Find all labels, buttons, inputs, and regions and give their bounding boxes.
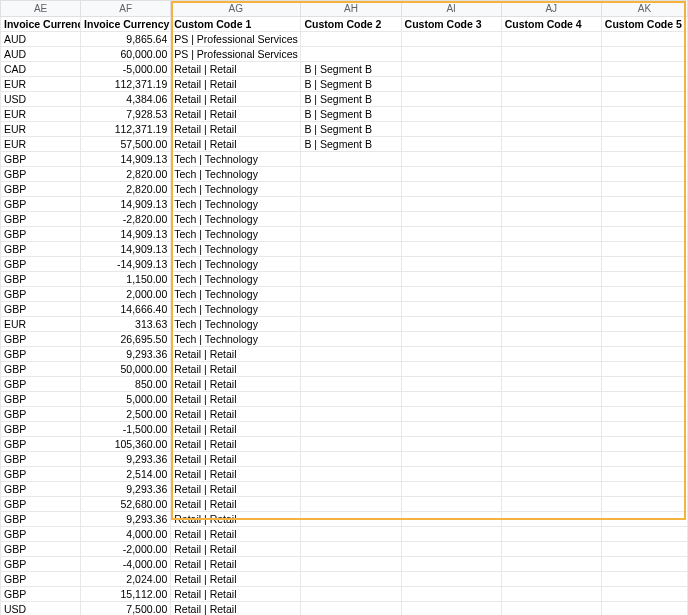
cell-custom1[interactable]: Retail | Retail bbox=[171, 452, 301, 467]
cell-custom4[interactable] bbox=[501, 452, 601, 467]
cell-currency[interactable]: GBP bbox=[1, 227, 81, 242]
cell-custom3[interactable] bbox=[401, 407, 501, 422]
cell-custom1[interactable]: Tech | Technology bbox=[171, 182, 301, 197]
cell-custom4[interactable] bbox=[501, 137, 601, 152]
cell-amount[interactable]: 112,371.19 bbox=[81, 122, 171, 137]
cell-custom5[interactable] bbox=[601, 242, 687, 257]
cell-custom3[interactable] bbox=[401, 377, 501, 392]
cell-custom4[interactable] bbox=[501, 167, 601, 182]
cell-currency[interactable]: GBP bbox=[1, 542, 81, 557]
cell-custom4[interactable] bbox=[501, 107, 601, 122]
cell-amount[interactable]: 50,000.00 bbox=[81, 362, 171, 377]
cell-custom5[interactable] bbox=[601, 557, 687, 572]
header-cell-ag[interactable]: Custom Code 1 bbox=[171, 17, 301, 32]
cell-custom2[interactable] bbox=[301, 152, 401, 167]
cell-custom2[interactable] bbox=[301, 572, 401, 587]
cell-amount[interactable]: -2,000.00 bbox=[81, 542, 171, 557]
cell-custom5[interactable] bbox=[601, 77, 687, 92]
column-letter-af[interactable]: AF bbox=[81, 1, 171, 17]
cell-currency[interactable]: GBP bbox=[1, 302, 81, 317]
cell-custom4[interactable] bbox=[501, 227, 601, 242]
cell-custom1[interactable]: Tech | Technology bbox=[171, 257, 301, 272]
cell-custom3[interactable] bbox=[401, 422, 501, 437]
cell-currency[interactable]: GBP bbox=[1, 332, 81, 347]
cell-currency[interactable]: GBP bbox=[1, 242, 81, 257]
cell-custom4[interactable] bbox=[501, 32, 601, 47]
cell-custom1[interactable]: Retail | Retail bbox=[171, 92, 301, 107]
header-cell-ai[interactable]: Custom Code 3 bbox=[401, 17, 501, 32]
cell-custom5[interactable] bbox=[601, 257, 687, 272]
cell-custom5[interactable] bbox=[601, 107, 687, 122]
cell-custom4[interactable] bbox=[501, 422, 601, 437]
cell-custom4[interactable] bbox=[501, 497, 601, 512]
cell-custom2[interactable] bbox=[301, 317, 401, 332]
cell-custom2[interactable]: B | Segment B bbox=[301, 92, 401, 107]
cell-custom5[interactable] bbox=[601, 512, 687, 527]
cell-currency[interactable]: GBP bbox=[1, 167, 81, 182]
cell-custom5[interactable] bbox=[601, 287, 687, 302]
cell-custom3[interactable] bbox=[401, 317, 501, 332]
cell-custom2[interactable] bbox=[301, 227, 401, 242]
cell-custom1[interactable]: Retail | Retail bbox=[171, 602, 301, 616]
cell-custom2[interactable]: B | Segment B bbox=[301, 122, 401, 137]
cell-custom4[interactable] bbox=[501, 557, 601, 572]
cell-custom4[interactable] bbox=[501, 527, 601, 542]
cell-custom3[interactable] bbox=[401, 452, 501, 467]
cell-custom1[interactable]: Tech | Technology bbox=[171, 287, 301, 302]
cell-custom5[interactable] bbox=[601, 62, 687, 77]
cell-custom3[interactable] bbox=[401, 557, 501, 572]
cell-amount[interactable]: 52,680.00 bbox=[81, 497, 171, 512]
cell-custom5[interactable] bbox=[601, 92, 687, 107]
cell-currency[interactable]: GBP bbox=[1, 557, 81, 572]
cell-custom4[interactable] bbox=[501, 542, 601, 557]
cell-custom2[interactable] bbox=[301, 497, 401, 512]
cell-custom1[interactable]: Retail | Retail bbox=[171, 572, 301, 587]
cell-custom1[interactable]: Retail | Retail bbox=[171, 422, 301, 437]
spreadsheet-table[interactable]: AEAFAGAHAIAJAK Invoice CurrencyInvoice C… bbox=[0, 0, 688, 615]
cell-custom4[interactable] bbox=[501, 317, 601, 332]
cell-custom3[interactable] bbox=[401, 287, 501, 302]
cell-custom5[interactable] bbox=[601, 182, 687, 197]
cell-custom1[interactable]: Retail | Retail bbox=[171, 362, 301, 377]
cell-currency[interactable]: GBP bbox=[1, 362, 81, 377]
cell-custom1[interactable]: Tech | Technology bbox=[171, 302, 301, 317]
cell-currency[interactable]: GBP bbox=[1, 437, 81, 452]
cell-custom2[interactable]: B | Segment B bbox=[301, 62, 401, 77]
header-cell-ah[interactable]: Custom Code 2 bbox=[301, 17, 401, 32]
cell-currency[interactable]: GBP bbox=[1, 287, 81, 302]
cell-custom1[interactable]: Retail | Retail bbox=[171, 437, 301, 452]
cell-amount[interactable]: 14,909.13 bbox=[81, 152, 171, 167]
cell-custom4[interactable] bbox=[501, 302, 601, 317]
cell-custom2[interactable]: B | Segment B bbox=[301, 107, 401, 122]
cell-custom2[interactable] bbox=[301, 362, 401, 377]
cell-custom5[interactable] bbox=[601, 227, 687, 242]
cell-custom4[interactable] bbox=[501, 362, 601, 377]
cell-custom5[interactable] bbox=[601, 272, 687, 287]
cell-amount[interactable]: 105,360.00 bbox=[81, 437, 171, 452]
cell-currency[interactable]: GBP bbox=[1, 587, 81, 602]
cell-custom2[interactable] bbox=[301, 332, 401, 347]
cell-custom5[interactable] bbox=[601, 332, 687, 347]
cell-currency[interactable]: GBP bbox=[1, 512, 81, 527]
cell-custom3[interactable] bbox=[401, 182, 501, 197]
cell-custom3[interactable] bbox=[401, 137, 501, 152]
cell-amount[interactable]: -1,500.00 bbox=[81, 422, 171, 437]
header-cell-af[interactable]: Invoice Currency bbox=[81, 17, 171, 32]
cell-currency[interactable]: GBP bbox=[1, 497, 81, 512]
cell-custom2[interactable] bbox=[301, 557, 401, 572]
cell-custom3[interactable] bbox=[401, 227, 501, 242]
cell-amount[interactable]: 14,666.40 bbox=[81, 302, 171, 317]
cell-custom2[interactable]: B | Segment B bbox=[301, 77, 401, 92]
cell-custom1[interactable]: Tech | Technology bbox=[171, 272, 301, 287]
cell-amount[interactable]: 112,371.19 bbox=[81, 77, 171, 92]
cell-custom2[interactable] bbox=[301, 302, 401, 317]
cell-custom2[interactable] bbox=[301, 422, 401, 437]
cell-custom1[interactable]: Tech | Technology bbox=[171, 167, 301, 182]
cell-custom5[interactable] bbox=[601, 422, 687, 437]
cell-custom4[interactable] bbox=[501, 242, 601, 257]
cell-custom1[interactable]: Retail | Retail bbox=[171, 407, 301, 422]
cell-custom1[interactable]: Retail | Retail bbox=[171, 557, 301, 572]
cell-currency[interactable]: GBP bbox=[1, 572, 81, 587]
cell-custom4[interactable] bbox=[501, 77, 601, 92]
cell-currency[interactable]: GBP bbox=[1, 197, 81, 212]
